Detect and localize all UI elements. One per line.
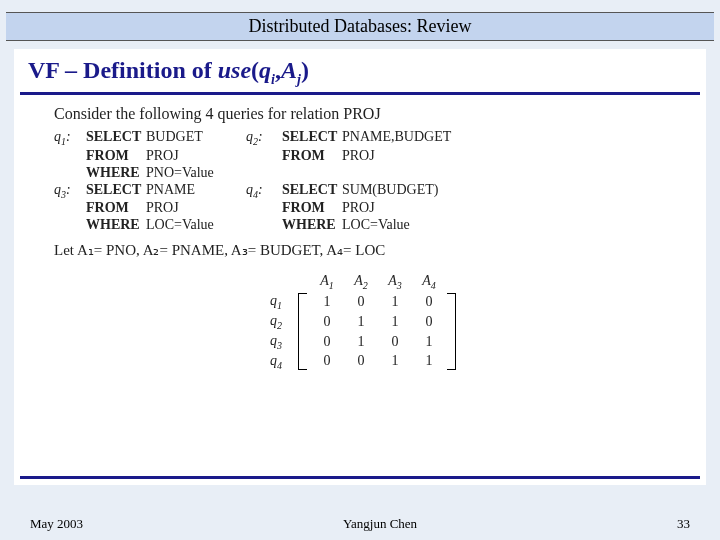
q2-from-val: PROJ [342, 148, 482, 164]
footer-author: Yangjun Chen [343, 516, 417, 532]
row-q1: q1 [270, 293, 298, 311]
cell-4-3: 1 [378, 353, 412, 369]
q1-from-kw: FROM [86, 148, 146, 164]
q4-from-kw: FROM [282, 200, 342, 216]
cell-3-2: 1 [344, 334, 378, 350]
q3-where-kw: WHERE [86, 217, 146, 233]
footer-page: 33 [677, 516, 690, 532]
q1-select-kw: SELECT [86, 129, 146, 145]
title-close: ) [301, 57, 309, 83]
q1-where-val: PNO=Value [146, 165, 246, 181]
footer: May 2003 Yangjun Chen 33 [0, 516, 720, 532]
footer-date: May 2003 [30, 516, 83, 532]
intro-text: Consider the following 4 queries for rel… [54, 105, 674, 123]
bottom-rule [20, 476, 700, 479]
q1-from-val: PROJ [146, 148, 246, 164]
cell-2-3: 1 [378, 314, 412, 330]
q4-select-val: SUM(BUDGET) [342, 182, 482, 198]
left-bracket [298, 293, 308, 370]
q4-from-val: PROJ [342, 200, 482, 216]
query-grid: q1: SELECT BUDGET q2: SELECT PNAME,BUDGE… [54, 129, 674, 234]
title-rule [20, 92, 700, 95]
right-bracket [446, 293, 456, 370]
q3-from-val: PROJ [146, 200, 246, 216]
row-q4: q4 [270, 353, 298, 371]
let-text: Let A₁= PNO, A₂= PNAME, A₃= BUDGET, A₄= … [54, 241, 674, 259]
col-A1: A1 [310, 273, 344, 291]
title-open: ( [251, 57, 259, 83]
q3-where-val: LOC=Value [146, 217, 246, 233]
cell-4-2: 0 [344, 353, 378, 369]
q3-label: q3: [54, 182, 86, 200]
q2-from-kw: FROM [282, 148, 342, 164]
q2-select-val: PNAME,BUDGET [342, 129, 482, 145]
slide-body: VF – Definition of use(qi,Aj) Consider t… [14, 49, 706, 485]
q2-label: q2: [246, 129, 282, 147]
q1-where-kw: WHERE [86, 165, 146, 181]
q3-select-val: PNAME [146, 182, 246, 198]
cell-1-1: 1 [310, 294, 344, 310]
slide-title: VF – Definition of use(qi,Aj) [14, 49, 706, 92]
cell-4-4: 1 [412, 353, 446, 369]
content: Consider the following 4 queries for rel… [14, 105, 706, 371]
title-func: use [218, 57, 251, 83]
q2-select-kw: SELECT [282, 129, 342, 145]
q3-select-kw: SELECT [86, 182, 146, 198]
q4-where-val: LOC=Value [342, 217, 482, 233]
title-prefix: VF – Definition of [28, 57, 218, 83]
use-matrix: A1 A2 A3 A4 q1 1 0 1 0 q2 0 1 1 0 q3 0 [270, 273, 458, 370]
cell-3-4: 1 [412, 334, 446, 350]
cell-1-2: 0 [344, 294, 378, 310]
cell-2-1: 0 [310, 314, 344, 330]
cell-2-4: 0 [412, 314, 446, 330]
cell-3-3: 0 [378, 334, 412, 350]
row-q2: q2 [270, 313, 298, 331]
cell-1-3: 1 [378, 294, 412, 310]
cell-4-1: 0 [310, 353, 344, 369]
title-A: A [281, 57, 297, 83]
col-A2: A2 [344, 273, 378, 291]
q4-label: q4: [246, 182, 282, 200]
q4-select-kw: SELECT [282, 182, 342, 198]
title-q: q [259, 57, 271, 83]
col-A4: A4 [412, 273, 446, 291]
cell-1-4: 0 [412, 294, 446, 310]
matrix-wrap: A1 A2 A3 A4 q1 1 0 1 0 q2 0 1 1 0 q3 0 [54, 273, 674, 370]
page-header: Distributed Databases: Review [6, 12, 714, 41]
q1-select-val: BUDGET [146, 129, 246, 145]
q1-label: q1: [54, 129, 86, 147]
col-A3: A3 [378, 273, 412, 291]
cell-2-2: 1 [344, 314, 378, 330]
cell-3-1: 0 [310, 334, 344, 350]
q4-where-kw: WHERE [282, 217, 342, 233]
row-q3: q3 [270, 333, 298, 351]
q3-from-kw: FROM [86, 200, 146, 216]
